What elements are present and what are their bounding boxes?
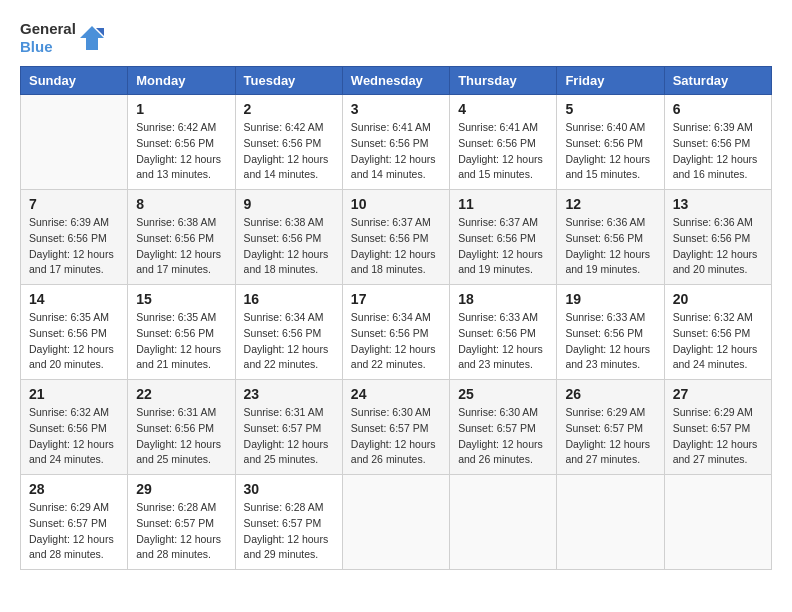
cell-week2-day1: 8Sunrise: 6:38 AMSunset: 6:56 PMDaylight… [128,190,235,285]
day-number: 11 [458,196,548,212]
header-tuesday: Tuesday [235,67,342,95]
calendar-header: SundayMondayTuesdayWednesdayThursdayFrid… [21,67,772,95]
day-info: Sunrise: 6:33 AMSunset: 6:56 PMDaylight:… [565,310,655,373]
day-info: Sunrise: 6:39 AMSunset: 6:56 PMDaylight:… [673,120,763,183]
day-info: Sunrise: 6:41 AMSunset: 6:56 PMDaylight:… [351,120,441,183]
cell-week3-day4: 18Sunrise: 6:33 AMSunset: 6:56 PMDayligh… [450,285,557,380]
week-row-4: 21Sunrise: 6:32 AMSunset: 6:56 PMDayligh… [21,380,772,475]
day-number: 5 [565,101,655,117]
header-thursday: Thursday [450,67,557,95]
week-row-3: 14Sunrise: 6:35 AMSunset: 6:56 PMDayligh… [21,285,772,380]
cell-week3-day5: 19Sunrise: 6:33 AMSunset: 6:56 PMDayligh… [557,285,664,380]
header-friday: Friday [557,67,664,95]
cell-week2-day2: 9Sunrise: 6:38 AMSunset: 6:56 PMDaylight… [235,190,342,285]
day-info: Sunrise: 6:37 AMSunset: 6:56 PMDaylight:… [351,215,441,278]
day-info: Sunrise: 6:42 AMSunset: 6:56 PMDaylight:… [244,120,334,183]
day-number: 22 [136,386,226,402]
day-number: 19 [565,291,655,307]
day-number: 29 [136,481,226,497]
day-info: Sunrise: 6:28 AMSunset: 6:57 PMDaylight:… [244,500,334,563]
cell-week1-day2: 2Sunrise: 6:42 AMSunset: 6:56 PMDaylight… [235,95,342,190]
day-number: 14 [29,291,119,307]
day-info: Sunrise: 6:35 AMSunset: 6:56 PMDaylight:… [29,310,119,373]
cell-week4-day3: 24Sunrise: 6:30 AMSunset: 6:57 PMDayligh… [342,380,449,475]
calendar-table: SundayMondayTuesdayWednesdayThursdayFrid… [20,66,772,570]
day-number: 1 [136,101,226,117]
day-info: Sunrise: 6:31 AMSunset: 6:56 PMDaylight:… [136,405,226,468]
week-row-2: 7Sunrise: 6:39 AMSunset: 6:56 PMDaylight… [21,190,772,285]
day-number: 23 [244,386,334,402]
day-info: Sunrise: 6:38 AMSunset: 6:56 PMDaylight:… [136,215,226,278]
cell-week3-day2: 16Sunrise: 6:34 AMSunset: 6:56 PMDayligh… [235,285,342,380]
day-info: Sunrise: 6:42 AMSunset: 6:56 PMDaylight:… [136,120,226,183]
cell-week5-day2: 30Sunrise: 6:28 AMSunset: 6:57 PMDayligh… [235,475,342,570]
cell-week4-day5: 26Sunrise: 6:29 AMSunset: 6:57 PMDayligh… [557,380,664,475]
day-number: 21 [29,386,119,402]
week-row-5: 28Sunrise: 6:29 AMSunset: 6:57 PMDayligh… [21,475,772,570]
day-info: Sunrise: 6:38 AMSunset: 6:56 PMDaylight:… [244,215,334,278]
day-number: 17 [351,291,441,307]
day-number: 6 [673,101,763,117]
logo-text: General Blue [20,20,76,56]
cell-week4-day0: 21Sunrise: 6:32 AMSunset: 6:56 PMDayligh… [21,380,128,475]
day-info: Sunrise: 6:32 AMSunset: 6:56 PMDaylight:… [29,405,119,468]
cell-week1-day4: 4Sunrise: 6:41 AMSunset: 6:56 PMDaylight… [450,95,557,190]
day-info: Sunrise: 6:36 AMSunset: 6:56 PMDaylight:… [565,215,655,278]
day-info: Sunrise: 6:40 AMSunset: 6:56 PMDaylight:… [565,120,655,183]
day-info: Sunrise: 6:34 AMSunset: 6:56 PMDaylight:… [244,310,334,373]
cell-week3-day1: 15Sunrise: 6:35 AMSunset: 6:56 PMDayligh… [128,285,235,380]
day-number: 18 [458,291,548,307]
cell-week2-day5: 12Sunrise: 6:36 AMSunset: 6:56 PMDayligh… [557,190,664,285]
day-info: Sunrise: 6:33 AMSunset: 6:56 PMDaylight:… [458,310,548,373]
day-info: Sunrise: 6:29 AMSunset: 6:57 PMDaylight:… [673,405,763,468]
day-number: 16 [244,291,334,307]
day-number: 27 [673,386,763,402]
day-info: Sunrise: 6:29 AMSunset: 6:57 PMDaylight:… [29,500,119,563]
day-number: 10 [351,196,441,212]
day-number: 7 [29,196,119,212]
day-info: Sunrise: 6:29 AMSunset: 6:57 PMDaylight:… [565,405,655,468]
header-saturday: Saturday [664,67,771,95]
cell-week1-day3: 3Sunrise: 6:41 AMSunset: 6:56 PMDaylight… [342,95,449,190]
day-info: Sunrise: 6:30 AMSunset: 6:57 PMDaylight:… [458,405,548,468]
day-info: Sunrise: 6:34 AMSunset: 6:56 PMDaylight:… [351,310,441,373]
day-info: Sunrise: 6:37 AMSunset: 6:56 PMDaylight:… [458,215,548,278]
day-number: 8 [136,196,226,212]
cell-week1-day1: 1Sunrise: 6:42 AMSunset: 6:56 PMDaylight… [128,95,235,190]
day-number: 20 [673,291,763,307]
day-number: 28 [29,481,119,497]
week-row-1: 1Sunrise: 6:42 AMSunset: 6:56 PMDaylight… [21,95,772,190]
cell-week3-day6: 20Sunrise: 6:32 AMSunset: 6:56 PMDayligh… [664,285,771,380]
day-number: 25 [458,386,548,402]
day-number: 9 [244,196,334,212]
day-info: Sunrise: 6:31 AMSunset: 6:57 PMDaylight:… [244,405,334,468]
day-info: Sunrise: 6:35 AMSunset: 6:56 PMDaylight:… [136,310,226,373]
header-wednesday: Wednesday [342,67,449,95]
cell-week2-day6: 13Sunrise: 6:36 AMSunset: 6:56 PMDayligh… [664,190,771,285]
day-info: Sunrise: 6:32 AMSunset: 6:56 PMDaylight:… [673,310,763,373]
cell-week5-day5 [557,475,664,570]
day-number: 2 [244,101,334,117]
cell-week4-day4: 25Sunrise: 6:30 AMSunset: 6:57 PMDayligh… [450,380,557,475]
logo: General Blue [20,20,104,56]
cell-week2-day0: 7Sunrise: 6:39 AMSunset: 6:56 PMDaylight… [21,190,128,285]
cell-week1-day0 [21,95,128,190]
day-info: Sunrise: 6:41 AMSunset: 6:56 PMDaylight:… [458,120,548,183]
cell-week1-day6: 6Sunrise: 6:39 AMSunset: 6:56 PMDaylight… [664,95,771,190]
day-number: 3 [351,101,441,117]
logo-icon [80,26,104,50]
day-info: Sunrise: 6:30 AMSunset: 6:57 PMDaylight:… [351,405,441,468]
header-sunday: Sunday [21,67,128,95]
day-number: 30 [244,481,334,497]
day-number: 15 [136,291,226,307]
cell-week2-day4: 11Sunrise: 6:37 AMSunset: 6:56 PMDayligh… [450,190,557,285]
cell-week4-day2: 23Sunrise: 6:31 AMSunset: 6:57 PMDayligh… [235,380,342,475]
header-row: SundayMondayTuesdayWednesdayThursdayFrid… [21,67,772,95]
day-info: Sunrise: 6:39 AMSunset: 6:56 PMDaylight:… [29,215,119,278]
cell-week5-day0: 28Sunrise: 6:29 AMSunset: 6:57 PMDayligh… [21,475,128,570]
day-number: 26 [565,386,655,402]
day-number: 4 [458,101,548,117]
cell-week5-day4 [450,475,557,570]
cell-week5-day1: 29Sunrise: 6:28 AMSunset: 6:57 PMDayligh… [128,475,235,570]
day-number: 13 [673,196,763,212]
